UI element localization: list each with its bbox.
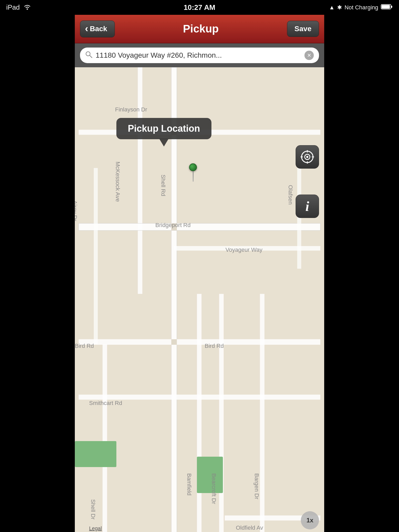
svg-rect-3 bbox=[382, 5, 390, 9]
svg-rect-12 bbox=[260, 294, 264, 532]
save-button[interactable]: Save bbox=[287, 21, 319, 37]
svg-rect-2 bbox=[391, 6, 392, 8]
svg-point-28 bbox=[306, 156, 308, 158]
save-label: Save bbox=[295, 25, 311, 33]
recenter-icon bbox=[300, 150, 314, 164]
back-button[interactable]: Back bbox=[80, 21, 115, 37]
location-icon: ▲ bbox=[329, 4, 335, 11]
bluetooth-icon: ✱ bbox=[337, 4, 342, 11]
status-bar: iPad 10:27 AM ▲ ✱ Not Charging bbox=[0, 0, 399, 15]
charging-status: Not Charging bbox=[344, 4, 378, 11]
road-label-voyageur: Voyageur Way bbox=[225, 247, 262, 253]
search-bar-container: 11180 Voyageur Way #260, Richmon... ✕ bbox=[75, 43, 324, 67]
legal-text: Legal bbox=[89, 526, 102, 531]
road-label-airey: Airey Dr bbox=[75, 201, 78, 221]
zoom-button[interactable]: 1x bbox=[301, 511, 319, 529]
svg-rect-13 bbox=[103, 344, 107, 532]
road-label-bird-left: Bird Rd bbox=[75, 343, 94, 349]
svg-line-5 bbox=[90, 55, 92, 58]
road-label-bargen: Bargen Dr bbox=[253, 473, 260, 499]
legal-link[interactable]: Legal bbox=[89, 526, 102, 531]
svg-rect-10 bbox=[197, 294, 201, 532]
road-label-bearcroft: Bearcroft Dr bbox=[210, 473, 217, 504]
svg-point-0 bbox=[27, 9, 28, 10]
svg-rect-11 bbox=[219, 294, 224, 532]
search-icon bbox=[85, 51, 92, 60]
clear-icon: ✕ bbox=[307, 52, 311, 58]
device-label: iPad bbox=[6, 3, 20, 11]
road-label-bridgeport: Bridgeport Rd bbox=[155, 222, 191, 229]
road-label-smithcart: Smithcart Rd bbox=[89, 400, 122, 407]
search-bar[interactable]: 11180 Voyageur Way #260, Richmon... ✕ bbox=[80, 48, 319, 63]
road-label-olafsen: Olafsen bbox=[287, 185, 294, 205]
road-label-shell: Shell Rd bbox=[160, 175, 167, 196]
svg-rect-18 bbox=[79, 339, 321, 345]
road-label-finlayson: Finlayson Dr bbox=[115, 106, 147, 113]
road-label-bird-center: Bird Rd bbox=[205, 343, 224, 349]
back-label: Back bbox=[90, 25, 107, 33]
map-pin bbox=[189, 163, 197, 182]
info-button[interactable]: i bbox=[296, 195, 319, 218]
battery-icon bbox=[381, 4, 393, 11]
pin-ball bbox=[189, 163, 197, 171]
recenter-button[interactable] bbox=[296, 145, 319, 169]
callout-text: Pickup Location bbox=[128, 123, 200, 134]
road-label-bamfield: Bamfield bbox=[186, 473, 192, 496]
road-label-oldfield: Oldfield Av bbox=[236, 524, 263, 531]
status-left: iPad bbox=[6, 3, 31, 11]
app-container: Back Pickup Save 11180 Voyageur Way #260… bbox=[75, 15, 324, 532]
road-label-shell-dr: Shell Dr bbox=[90, 499, 96, 520]
park-block-1 bbox=[75, 441, 116, 467]
pickup-callout: Pickup Location bbox=[116, 118, 211, 139]
park-block-2 bbox=[197, 457, 223, 493]
status-right: ▲ ✱ Not Charging bbox=[329, 4, 393, 11]
zoom-label: 1x bbox=[307, 517, 314, 524]
nav-bar: Back Pickup Save bbox=[75, 15, 324, 43]
pin-stem bbox=[193, 171, 194, 182]
svg-rect-25 bbox=[171, 339, 177, 345]
search-value: 11180 Voyageur Way #260, Richmon... bbox=[96, 51, 301, 59]
svg-rect-21 bbox=[94, 168, 98, 344]
svg-rect-9 bbox=[138, 67, 142, 294]
map-container[interactable]: Finlayson Dr McKessock Ave Bridgeport Rd… bbox=[75, 67, 324, 532]
info-icon: i bbox=[305, 199, 309, 214]
search-clear-button[interactable]: ✕ bbox=[304, 51, 314, 60]
svg-rect-22 bbox=[297, 168, 301, 269]
svg-rect-15 bbox=[79, 223, 321, 230]
time-display: 10:27 AM bbox=[184, 3, 215, 12]
road-label-mckessock: McKessock Ave bbox=[114, 162, 121, 202]
svg-rect-19 bbox=[79, 395, 321, 400]
wifi-icon bbox=[23, 3, 31, 11]
page-title: Pickup bbox=[115, 23, 287, 35]
